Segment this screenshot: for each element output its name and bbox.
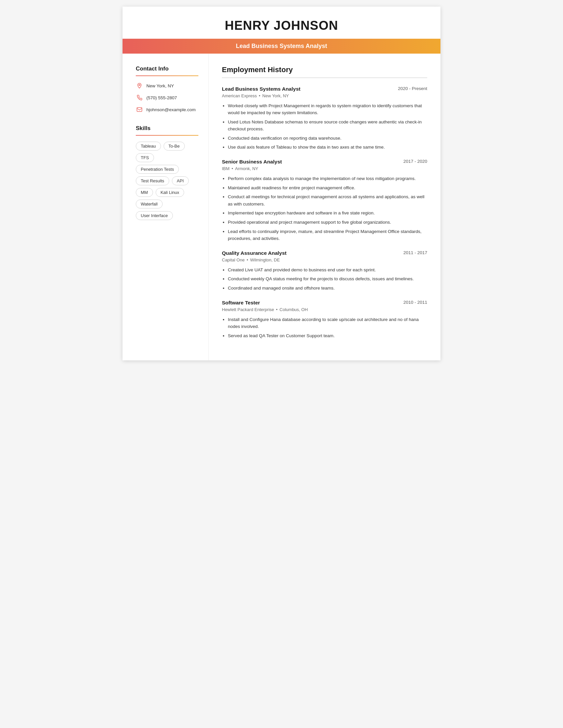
job-title: Quality Assurance Analyst bbox=[222, 250, 287, 256]
job-bullet-item: Lead efforts to continually improve, mat… bbox=[228, 228, 427, 242]
contact-email: hjohnson@example.com bbox=[136, 106, 198, 113]
job-entry: Software Tester2010 - 2011Hewlett Packar… bbox=[222, 300, 427, 340]
employment-section-title: Employment History bbox=[222, 66, 427, 74]
email-icon bbox=[136, 106, 143, 113]
job-entry: Senior Business Analyst2017 - 2020IBM•Ar… bbox=[222, 159, 427, 242]
job-bullet-item: Install and Configure Hana database acco… bbox=[228, 316, 427, 330]
job-bullet-item: Created Live UAT and provided demo to bu… bbox=[228, 266, 427, 274]
job-bullet-item: Used Lotus Notes Database schemas to ens… bbox=[228, 118, 427, 133]
contact-section-title: Contact Info bbox=[136, 66, 198, 72]
skill-tag: User Interface bbox=[136, 211, 173, 220]
skill-tag: Tableau bbox=[136, 142, 161, 151]
phone-icon bbox=[136, 94, 143, 101]
svg-rect-1 bbox=[137, 108, 142, 112]
skills-divider bbox=[136, 135, 198, 136]
location-text: New York, NY bbox=[146, 83, 174, 88]
skill-tag: API bbox=[172, 176, 189, 185]
job-entry: Lead Business Systems Analyst2020 - Pres… bbox=[222, 86, 427, 151]
job-bullet-item: Conducted weekly QA status meeting for t… bbox=[228, 275, 427, 283]
resume-header: HENRY JOHNSON bbox=[122, 7, 441, 33]
job-title: Software Tester bbox=[222, 300, 260, 306]
job-bullet-item: Worked closely with Project Management i… bbox=[228, 102, 427, 116]
job-bullet-item: Provided operational and project managem… bbox=[228, 219, 427, 226]
main-content: Employment History Lead Business Systems… bbox=[209, 54, 441, 360]
job-entry: Quality Assurance Analyst2011 - 2017Capi… bbox=[222, 250, 427, 292]
job-dates: 2011 - 2017 bbox=[403, 250, 427, 255]
title-bar: Lead Business Systems Analyst bbox=[122, 39, 441, 54]
job-header: Quality Assurance Analyst2011 - 2017 bbox=[222, 250, 427, 256]
job-company: IBM•Armonk, NY bbox=[222, 166, 427, 171]
job-header: Lead Business Systems Analyst2020 - Pres… bbox=[222, 86, 427, 92]
skill-tag: Kali Linux bbox=[156, 188, 184, 197]
resume-body: Contact Info New York, NY (5 bbox=[122, 54, 441, 360]
job-bullets: Install and Configure Hana database acco… bbox=[222, 316, 427, 340]
skill-tag: Penetration Tests bbox=[136, 165, 179, 174]
job-header: Software Tester2010 - 2011 bbox=[222, 300, 427, 306]
job-dates: 2010 - 2011 bbox=[403, 300, 427, 305]
job-bullet-item: Coordinated and managed onsite and offsh… bbox=[228, 285, 427, 292]
job-title-header: Lead Business Systems Analyst bbox=[136, 43, 427, 50]
job-dates: 2017 - 2020 bbox=[403, 159, 427, 164]
job-dates: 2020 - Present bbox=[398, 86, 427, 91]
contact-divider bbox=[136, 75, 198, 76]
job-bullets: Perform complex data analysis to manage … bbox=[222, 175, 427, 242]
skills-section: Skills TableauTo-BeTFSPenetration TestsT… bbox=[136, 125, 198, 220]
skill-tag: Waterfall bbox=[136, 200, 163, 208]
location-icon bbox=[136, 82, 143, 89]
job-bullet-item: Served as lead QA Tester on Customer Sup… bbox=[228, 332, 427, 340]
job-title: Lead Business Systems Analyst bbox=[222, 86, 301, 92]
candidate-name: HENRY JOHNSON bbox=[136, 19, 427, 33]
svg-point-0 bbox=[139, 84, 140, 86]
job-bullet-item: Perform complex data analysis to manage … bbox=[228, 175, 427, 182]
job-bullets: Worked closely with Project Management i… bbox=[222, 102, 427, 151]
skill-tag: To-Be bbox=[164, 142, 185, 151]
employment-divider bbox=[222, 77, 427, 78]
skills-tags-container: TableauTo-BeTFSPenetration TestsTest Res… bbox=[136, 142, 198, 220]
resume-container: HENRY JOHNSON Lead Business Systems Anal… bbox=[122, 7, 441, 360]
contact-location: New York, NY bbox=[136, 82, 198, 89]
job-title: Senior Business Analyst bbox=[222, 159, 282, 165]
contact-phone: (570) 555-2807 bbox=[136, 94, 198, 101]
job-bullet-item: Maintained audit readiness for entire pr… bbox=[228, 184, 427, 192]
skill-tag: TFS bbox=[136, 153, 154, 162]
skills-section-title: Skills bbox=[136, 125, 198, 132]
job-bullet-item: Implemented tape encryption hardware and… bbox=[228, 209, 427, 217]
job-company: Capital One•Wilmington, DE bbox=[222, 257, 427, 262]
job-bullets: Created Live UAT and provided demo to bu… bbox=[222, 266, 427, 292]
skill-tag: MM bbox=[136, 188, 153, 197]
job-bullet-item: Conduct all meetings for technical proje… bbox=[228, 193, 427, 207]
job-company: American Express•New York, NY bbox=[222, 93, 427, 98]
jobs-container: Lead Business Systems Analyst2020 - Pres… bbox=[222, 86, 427, 340]
phone-text: (570) 555-2807 bbox=[146, 95, 177, 100]
job-bullet-item: Conducted data verification on reporting… bbox=[228, 135, 427, 142]
sidebar: Contact Info New York, NY (5 bbox=[122, 54, 209, 360]
job-bullet-item: Use dual axis feature of Tableau to show… bbox=[228, 144, 427, 151]
job-company: Hewlett Packard Enterprise•Columbus, OH bbox=[222, 307, 427, 312]
job-header: Senior Business Analyst2017 - 2020 bbox=[222, 159, 427, 165]
email-text: hjohnson@example.com bbox=[146, 107, 196, 112]
skill-tag: Test Results bbox=[136, 176, 169, 185]
